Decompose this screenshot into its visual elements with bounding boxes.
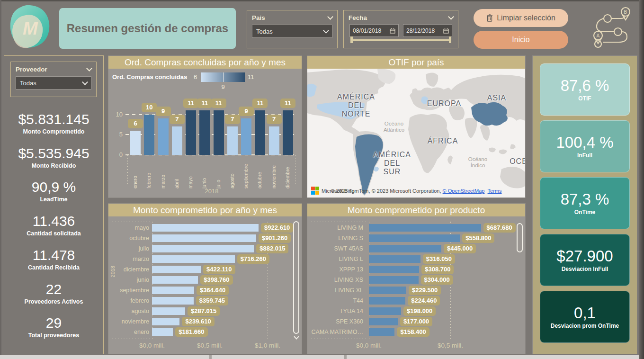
column-bar[interactable]: [269, 126, 279, 155]
data-label-badge: $445.000: [444, 244, 476, 253]
x-axis-tick-label: $0,5 mill.: [188, 342, 231, 349]
kpi-card-value: $27.900: [556, 248, 613, 265]
panel-title: Ord. Compras concluidas por año y mes: [108, 56, 302, 69]
value-bar[interactable]: [369, 287, 406, 294]
value-bar[interactable]: [369, 276, 419, 284]
y-axis-tick-label: 0: [111, 151, 123, 158]
data-label-badge: 7: [267, 115, 282, 124]
category-label: enero: [110, 328, 149, 336]
value-bar[interactable]: [369, 318, 398, 325]
data-label-badge: $177.000: [400, 317, 432, 326]
kpi-block: 90,9 %LeadTime: [4, 180, 103, 203]
column-bar[interactable]: [241, 118, 251, 155]
value-bar[interactable]: [152, 245, 254, 252]
column-bar[interactable]: [158, 118, 169, 155]
date-start-value: 08/01/2018: [353, 27, 381, 34]
category-label: marzo: [110, 255, 149, 263]
value-bar[interactable]: [369, 328, 394, 336]
value-bar[interactable]: [369, 297, 405, 305]
kpi-card-label: OTIF: [578, 95, 591, 102]
x-axis-category-label: noviembre: [270, 158, 277, 188]
value-bar[interactable]: [152, 328, 173, 336]
clear-selection-button[interactable]: Limpiar selección: [474, 9, 568, 27]
window-vertical-scrollbar[interactable]: [639, 0, 644, 359]
value-bar[interactable]: [152, 287, 194, 294]
value-bar[interactable]: [152, 266, 201, 273]
category-label: SPE X360: [309, 318, 363, 325]
kpi-card-value: 87,6 %: [561, 77, 609, 94]
scrollbar-separator: [344, 355, 347, 359]
kpi-label: Monto Recibido: [4, 162, 103, 169]
column-bar[interactable]: [255, 110, 265, 155]
category-label: SWT 45AS: [309, 245, 363, 252]
legend-mid: 9: [201, 83, 245, 90]
column-bar[interactable]: [172, 126, 182, 155]
chevron-down-icon: [86, 65, 92, 72]
kpi-card: $27.900Desviacion InFull: [540, 234, 630, 286]
value-bar[interactable]: [152, 297, 194, 305]
value-bar[interactable]: [152, 276, 198, 284]
data-label-badge: $882.015: [256, 244, 288, 253]
column-bar[interactable]: [130, 131, 141, 155]
value-bar[interactable]: [369, 255, 420, 263]
home-button[interactable]: Inicio: [474, 31, 568, 49]
value-bar[interactable]: [369, 266, 419, 273]
column-bar[interactable]: [186, 110, 196, 155]
terms-link[interactable]: Terms: [488, 188, 502, 194]
chevron-down-icon: [327, 14, 333, 20]
kpi-value: 11.436: [4, 214, 103, 229]
slider-handle-start[interactable]: [350, 36, 353, 43]
column-bar[interactable]: [227, 126, 238, 155]
x-axis-year-label: 2018: [135, 188, 288, 195]
right-kpi-panel: 87,6 %OTIF100,4 %InFull87,3 %OnTime$27.9…: [532, 55, 637, 354]
chart-scrollbar-thumb[interactable]: [293, 221, 299, 334]
orders-column-chart[interactable]: Ord. Compras concluidas 6 11 9 05106ener…: [108, 69, 302, 197]
attribution-text: © 2023 TomTom, © 2023 Microsoft Corporat…: [331, 188, 442, 194]
amount-by-month-chart[interactable]: $0,0 mill.$0,5 mill.$1,0 mill.mayo$922.6…: [108, 216, 302, 354]
country-slicer: Pais Todas: [247, 10, 338, 48]
value-bar[interactable]: [152, 255, 235, 263]
scrollbar-down-arrow[interactable]: [294, 334, 299, 339]
date-end-input[interactable]: 28/12/2018: [403, 24, 452, 37]
kpi-card-label: InFull: [577, 152, 592, 159]
supplier-dropdown[interactable]: Todas: [16, 76, 91, 90]
slider-track[interactable]: [350, 39, 451, 41]
amount-by-product-chart[interactable]: $0,0 mill.$0,5 mill.LIVING M$687.680LIVI…: [307, 216, 525, 354]
column-bar[interactable]: [283, 110, 293, 155]
country-slicer-header[interactable]: Pais: [247, 10, 337, 24]
y-axis-group-label: 2018: [110, 266, 116, 277]
date-slicer-header[interactable]: Fecha: [344, 10, 458, 22]
value-bar[interactable]: [152, 318, 179, 325]
country-dropdown[interactable]: Todas: [252, 25, 332, 38]
supplier-slicer-header[interactable]: Proveedor: [11, 62, 96, 75]
value-bar[interactable]: [369, 234, 460, 242]
y-axis-tick-label: 5: [111, 131, 123, 138]
value-bar[interactable]: [152, 307, 185, 315]
openstreetmap-link[interactable]: © OpenStreetMap: [443, 188, 485, 194]
slider-handle-end[interactable]: [449, 36, 451, 43]
value-bar[interactable]: [369, 307, 401, 315]
column-bar[interactable]: [144, 115, 154, 155]
x-axis-category-label: abril: [173, 158, 180, 188]
supplier-dropdown-value: Todas: [20, 80, 36, 87]
value-bar[interactable]: [369, 245, 441, 252]
plot-border-dotted: [311, 222, 368, 222]
column-bar[interactable]: [199, 110, 210, 155]
plot-border-dotted: [112, 222, 151, 222]
date-range-slider[interactable]: [350, 36, 451, 43]
kpi-label: LeadTime: [4, 196, 103, 203]
window-top-edge: [0, 0, 644, 1]
value-bar[interactable]: [152, 224, 259, 232]
date-start-input[interactable]: 08/01/2018: [349, 24, 399, 37]
chart-scrollbar-thumb[interactable]: [517, 223, 523, 252]
category-label: noviembre: [110, 318, 149, 325]
window-horizontal-scrollbar[interactable]: [0, 355, 639, 359]
value-bar[interactable]: [152, 234, 256, 242]
map-canvas[interactable]: AMÉRICA DEL NORTEEUROPAASIAÁFRICAAMÉRICA…: [307, 69, 525, 197]
column-bar[interactable]: [214, 110, 224, 155]
kpi-label: Cantidad Recibida: [4, 264, 103, 271]
panel-orders-by-month: Ord. Compras concluidas por año y mes Or…: [108, 55, 302, 198]
x-axis-tick-label: $0,0 mill.: [131, 342, 173, 349]
value-bar[interactable]: [369, 224, 481, 232]
world-map[interactable]: [307, 69, 525, 197]
